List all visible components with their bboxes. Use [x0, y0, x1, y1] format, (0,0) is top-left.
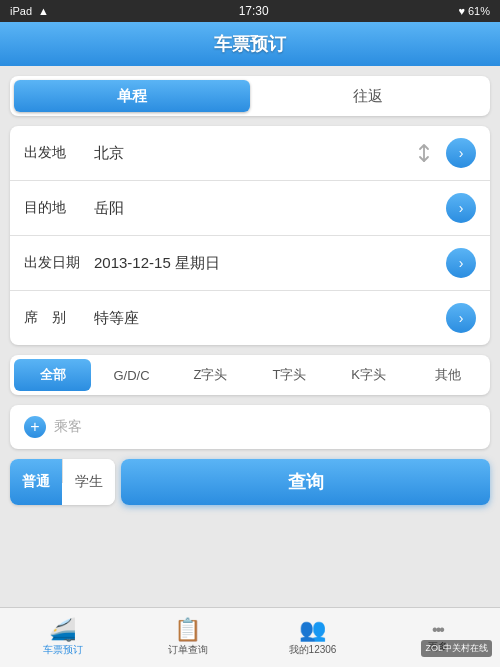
departure-label: 出发地 — [24, 144, 94, 162]
type-normal-btn[interactable]: 普通 — [10, 459, 62, 505]
tab-bar: 🚄 车票预订 📋 订单查询 👥 我的12306 ••• 更多 — [0, 607, 500, 667]
departure-value: 北京 — [94, 144, 124, 163]
destination-arrow-btn[interactable]: › — [446, 193, 476, 223]
device-frame: iPad ▲ 17:30 ♥ 61% 车票预订 单程 往返 出发地 北京 — [0, 0, 500, 667]
form-row-destination[interactable]: 目的地 岳阳 › — [10, 181, 490, 236]
tab-my12306[interactable]: 👥 我的12306 — [250, 608, 375, 667]
wifi-icon: ▲ — [38, 5, 49, 17]
seat-arrow-btn[interactable]: › — [446, 303, 476, 333]
filter-t[interactable]: T字头 — [251, 359, 328, 391]
destination-label: 目的地 — [24, 199, 94, 217]
departure-arrow-btn[interactable]: › — [446, 138, 476, 168]
type-student-btn[interactable]: 学生 — [63, 459, 115, 505]
passenger-placeholder: 乘客 — [54, 418, 82, 436]
destination-value: 岳阳 — [94, 199, 124, 218]
status-time: 17:30 — [239, 4, 269, 18]
filter-z[interactable]: Z字头 — [172, 359, 249, 391]
train-icon: 🚄 — [49, 619, 76, 641]
tab-more[interactable]: ••• 更多 — [375, 608, 500, 667]
tab-ticket[interactable]: 🚄 车票预订 — [0, 608, 125, 667]
filter-all[interactable]: 全部 — [14, 359, 91, 391]
seat-label: 席 别 — [24, 309, 94, 327]
passenger-row[interactable]: + 乘客 — [10, 405, 490, 449]
search-button[interactable]: 查询 — [121, 459, 490, 505]
action-row: 普通 学生 查询 — [10, 459, 490, 505]
date-value-area: 2013-12-15 星期日 › — [94, 248, 476, 278]
form-row-seat[interactable]: 席 别 特等座 › — [10, 291, 490, 345]
filter-other[interactable]: 其他 — [409, 359, 486, 391]
tab-order[interactable]: 📋 订单查询 — [125, 608, 250, 667]
seat-value-area: 特等座 › — [94, 303, 476, 333]
status-left: iPad ▲ — [10, 5, 49, 17]
segment-roundtrip[interactable]: 往返 — [250, 80, 486, 112]
form-row-date[interactable]: 出发日期 2013-12-15 星期日 › — [10, 236, 490, 291]
type-buttons: 普通 学生 — [10, 459, 115, 505]
add-passenger-icon: + — [24, 416, 46, 438]
form-row-departure[interactable]: 出发地 北京 › — [10, 126, 490, 181]
swap-icon[interactable] — [410, 139, 438, 167]
tab-ticket-label: 车票预订 — [43, 643, 83, 657]
tab-more-label: 更多 — [428, 640, 448, 654]
seat-value: 特等座 — [94, 309, 139, 328]
tab-my12306-label: 我的12306 — [289, 643, 337, 657]
order-icon: 📋 — [174, 619, 201, 641]
date-value: 2013-12-15 星期日 — [94, 254, 220, 273]
form-card: 出发地 北京 › — [10, 126, 490, 345]
filter-gdc[interactable]: G/D/C — [93, 359, 170, 391]
date-label: 出发日期 — [24, 254, 94, 272]
header: 车票预订 — [0, 22, 500, 66]
battery-icon: ♥ 61% — [458, 5, 490, 17]
filter-k[interactable]: K字头 — [330, 359, 407, 391]
content-area: 单程 往返 出发地 北京 — [0, 66, 500, 607]
destination-value-area: 岳阳 › — [94, 193, 476, 223]
segment-control: 单程 往返 — [10, 76, 490, 116]
user-icon: 👥 — [299, 619, 326, 641]
more-icon: ••• — [432, 622, 443, 638]
date-arrow-btn[interactable]: › — [446, 248, 476, 278]
filter-tabs: 全部 G/D/C Z字头 T字头 K字头 其他 — [10, 355, 490, 395]
departure-value-area: 北京 › — [94, 138, 476, 168]
tab-order-label: 订单查询 — [168, 643, 208, 657]
page-title: 车票预订 — [214, 32, 286, 56]
segment-oneway[interactable]: 单程 — [14, 80, 250, 112]
status-right: ♥ 61% — [458, 5, 490, 17]
status-ipad: iPad — [10, 5, 32, 17]
status-bar: iPad ▲ 17:30 ♥ 61% — [0, 0, 500, 22]
